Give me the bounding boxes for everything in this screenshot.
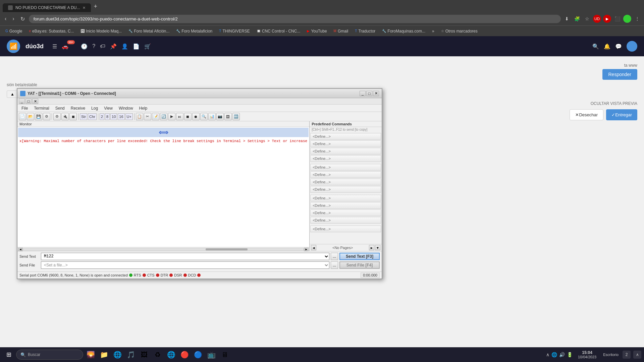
predef-btn-5[interactable]: <Define...> bbox=[310, 171, 381, 178]
scroll-right-btn[interactable]: ► bbox=[304, 248, 309, 251]
bell-icon[interactable]: 🔔 bbox=[604, 43, 610, 50]
menu-view[interactable]: View bbox=[101, 105, 115, 111]
pred-dropdown-btn[interactable]: ▼ bbox=[375, 245, 380, 250]
star-icon[interactable]: ☆ bbox=[583, 15, 591, 23]
send-text-btn[interactable]: Send Text [F3] bbox=[339, 253, 380, 260]
user-avatar[interactable] bbox=[627, 41, 637, 52]
menu-terminal[interactable]: Terminal bbox=[31, 105, 52, 111]
tb-btn1[interactable]: 📋 bbox=[136, 113, 143, 120]
inner-minimize-btn[interactable]: _ bbox=[19, 99, 25, 104]
predef-btn-1[interactable]: <Define...> bbox=[310, 140, 381, 147]
predef-btn-9[interactable]: <Define...> bbox=[310, 202, 381, 209]
search-icon[interactable]: 🔍 bbox=[592, 43, 599, 50]
tray-network-icon[interactable]: 🌐 bbox=[551, 352, 557, 357]
forum-list-icon[interactable]: ☰ bbox=[52, 43, 57, 50]
user-icon[interactable] bbox=[623, 15, 631, 23]
bookmark-cnc[interactable]: 🔲 CNC Control - CNC... bbox=[254, 28, 303, 35]
tb-term-settings[interactable]: ⚙ bbox=[53, 113, 61, 120]
pred-nav-next[interactable]: ► bbox=[369, 245, 374, 250]
bookmark-gmail[interactable]: M Gmail bbox=[331, 28, 351, 35]
bookmark-ebay[interactable]: e eBay.es: Subastas, C... bbox=[26, 28, 76, 35]
bookmark-youtube[interactable]: ▶ YouTube bbox=[304, 28, 329, 35]
tb-btn5[interactable]: ▶ bbox=[168, 113, 175, 120]
scroll-track[interactable] bbox=[23, 248, 304, 251]
discard-button[interactable]: ✕Desechar bbox=[570, 109, 603, 120]
predef-btn-7[interactable]: <Define...> bbox=[310, 186, 381, 193]
forum-car-icon[interactable]: 🚗99+ bbox=[62, 43, 76, 50]
predef-btn-6[interactable]: <Define...> bbox=[310, 179, 381, 185]
send-text-input[interactable]: M122 bbox=[41, 253, 329, 260]
predef-btn-4[interactable]: <Define...> bbox=[310, 164, 381, 171]
tb-btn3[interactable]: 📝 bbox=[152, 113, 159, 120]
menu-icon[interactable]: ⋮ bbox=[633, 15, 641, 23]
bookmark-google[interactable]: G Google bbox=[3, 28, 25, 35]
tb-btn7[interactable]: ⏹ bbox=[184, 113, 192, 120]
chat-icon[interactable]: 💬 bbox=[615, 43, 622, 50]
tb-settings[interactable]: ⚙ bbox=[43, 113, 50, 120]
send-file-btn[interactable]: Send File [F4] bbox=[339, 261, 380, 269]
taskbar-icon-photos[interactable]: 🖼 bbox=[138, 349, 150, 361]
clock-area[interactable]: 15:04 10/04/2023 bbox=[575, 350, 599, 359]
menu-help[interactable]: Help bbox=[137, 105, 150, 111]
menu-window[interactable]: Window bbox=[116, 105, 136, 111]
bookmark-foro-metal[interactable]: 🔧 Foro Metal Afición... bbox=[126, 28, 172, 35]
forward-btn[interactable]: › bbox=[10, 14, 16, 23]
forum-clock-icon[interactable]: 🕐 bbox=[81, 43, 88, 50]
tb-num4[interactable]: 16 bbox=[118, 113, 124, 120]
menu-file[interactable]: File bbox=[19, 105, 31, 111]
taskbar-icon-app2[interactable]: 🖥 bbox=[219, 349, 231, 361]
tb-btn11[interactable]: 📷 bbox=[216, 113, 224, 120]
predef-btn-10[interactable]: <Define...> bbox=[310, 209, 381, 216]
tb-connect[interactable]: 🔌 bbox=[61, 113, 69, 120]
send-file-dots[interactable]: ... bbox=[331, 261, 338, 269]
puzzle-icon[interactable]: ⬛ bbox=[613, 15, 621, 23]
send-file-input[interactable]: <Set a file...> bbox=[41, 261, 329, 269]
tb-open[interactable]: 📂 bbox=[27, 113, 34, 120]
taskbar-icon-red[interactable]: 🔴 bbox=[178, 349, 191, 361]
forum-pin-icon[interactable]: 📌 bbox=[110, 43, 117, 50]
predef-btn-0[interactable]: <Define...> bbox=[310, 133, 381, 140]
send-text-dots[interactable]: ... bbox=[331, 253, 338, 260]
browser-tab[interactable]: NO PUEDO CONECTARME A DU... ✕ bbox=[3, 3, 91, 12]
tb-num3[interactable]: 10 bbox=[110, 113, 117, 120]
taskbar-icon-spotify[interactable]: 🎵 bbox=[125, 349, 137, 361]
address-bar[interactable] bbox=[29, 15, 561, 23]
menu-receive[interactable]: Receive bbox=[68, 105, 88, 111]
close-btn[interactable]: ✕ bbox=[373, 91, 379, 96]
tray-volume-icon[interactable]: 🔊 bbox=[559, 352, 565, 357]
forum-doc-icon[interactable]: 📄 bbox=[133, 43, 140, 50]
forum-question-icon[interactable]: ? bbox=[92, 43, 95, 49]
predef-btn-3[interactable]: <Define...> bbox=[310, 155, 381, 162]
bookmark-foro-maquinas[interactable]: 🔧 ForoMaquinas.com... bbox=[379, 28, 428, 35]
tb-btn9[interactable]: 🔍 bbox=[200, 113, 208, 120]
bookmark-thingiverse[interactable]: T THINGIVERSE bbox=[216, 28, 252, 35]
minimize-btn[interactable]: _ bbox=[360, 91, 366, 96]
pred-nav-prev[interactable]: ◄ bbox=[311, 245, 316, 250]
predef-btn-2[interactable]: <Define...> bbox=[310, 148, 381, 155]
tb-btn13[interactable]: 🔤 bbox=[232, 113, 240, 120]
predef-btn-8[interactable]: <Define...> bbox=[310, 195, 381, 201]
tray-battery-icon[interactable]: 🔋 bbox=[567, 352, 573, 357]
bookmark-otros[interactable]: ☆ Otros marcadores bbox=[438, 28, 480, 35]
taskbar-icon-app1[interactable]: 📺 bbox=[205, 349, 217, 361]
bookmark-foro-metalaficion[interactable]: 🔧 Foro Metalaficion bbox=[173, 28, 215, 35]
tb-num2[interactable]: 8 bbox=[105, 113, 110, 120]
bookmark-more[interactable]: » bbox=[429, 28, 437, 35]
vote-up-btn[interactable]: ▲ bbox=[7, 90, 18, 98]
submit-button[interactable]: ✓Entregar bbox=[606, 109, 637, 120]
tb-chr[interactable]: Chr bbox=[88, 113, 97, 120]
tb-btn4[interactable]: 🔄 bbox=[160, 113, 167, 120]
profile-avatar2[interactable]: ▶ bbox=[603, 15, 611, 23]
inner-close-btn[interactable]: ✕ bbox=[32, 99, 38, 104]
extensions-icon[interactable]: 🧩 bbox=[573, 15, 581, 23]
chevron-up-btn[interactable]: ∧ bbox=[633, 351, 641, 359]
predef-btn-11[interactable]: <Define...> bbox=[310, 217, 381, 224]
start-button[interactable]: ⊞ bbox=[3, 349, 15, 361]
profile-avatar-red[interactable]: UD bbox=[593, 15, 601, 23]
restore-btn[interactable]: □ bbox=[366, 91, 372, 96]
menu-log[interactable]: Log bbox=[89, 105, 101, 111]
tray-up-icon[interactable]: ∧ bbox=[546, 352, 549, 357]
scroll-left-btn[interactable]: ◄ bbox=[18, 248, 23, 251]
taskbar-icon-landscape[interactable]: 🌄 bbox=[85, 349, 97, 361]
predef-btn-12[interactable]: <Define...> bbox=[310, 226, 381, 232]
